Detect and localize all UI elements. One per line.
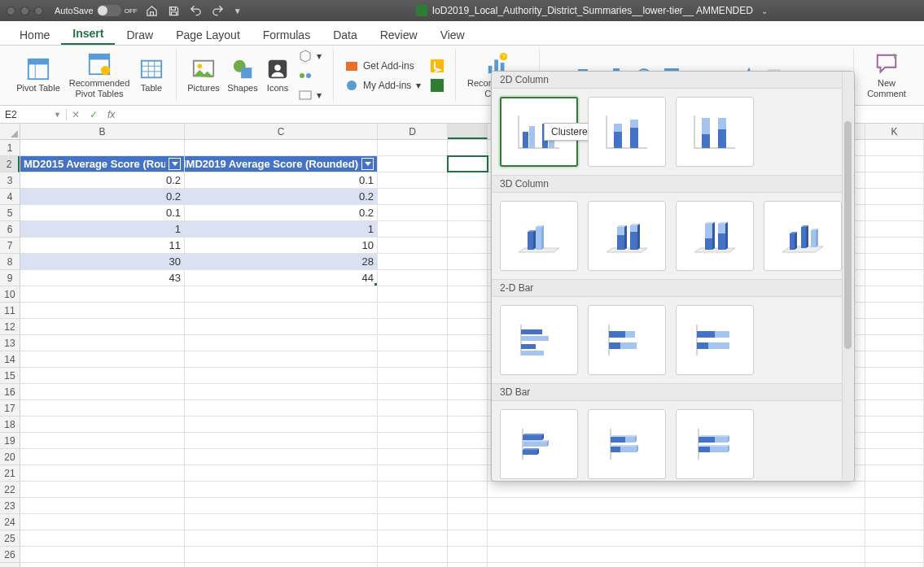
row-header[interactable]: 22 — [0, 482, 20, 498]
100-stacked-bar-thumb[interactable] — [676, 305, 754, 375]
cell[interactable] — [865, 351, 924, 367]
3d-stacked-bar-thumb[interactable] — [588, 409, 666, 479]
cell[interactable] — [378, 335, 448, 351]
row-header[interactable]: 10 — [0, 286, 20, 303]
undo-icon[interactable] — [190, 5, 202, 17]
cell[interactable]: 0.1 — [20, 205, 185, 220]
row-header[interactable]: 11 — [0, 303, 20, 319]
panel-scrollbar[interactable] — [842, 72, 853, 480]
row-header[interactable]: 6 — [0, 221, 20, 238]
cell[interactable] — [865, 498, 924, 513]
cell[interactable] — [865, 172, 924, 188]
cell[interactable]: 0.2 — [20, 172, 185, 188]
cell[interactable] — [378, 254, 448, 269]
row-header[interactable]: 15 — [0, 368, 20, 384]
tab-view[interactable]: View — [429, 24, 476, 45]
cell[interactable]: IMD2019 Average Score (Rounded) — [185, 156, 378, 172]
clustered-column-thumb[interactable]: Clustered Column — [500, 97, 578, 167]
close-dot[interactable] — [7, 7, 15, 15]
cell[interactable] — [378, 156, 448, 172]
cell[interactable] — [378, 547, 448, 562]
cell[interactable] — [20, 498, 185, 513]
cell[interactable] — [378, 238, 448, 253]
people-button[interactable] — [431, 77, 444, 94]
cell[interactable] — [378, 498, 448, 513]
cell[interactable] — [20, 433, 185, 448]
cell[interactable] — [448, 254, 488, 269]
cell[interactable] — [378, 482, 448, 497]
cell[interactable] — [448, 303, 488, 318]
cell[interactable] — [378, 465, 448, 481]
tab-data[interactable]: Data — [322, 24, 369, 45]
cell[interactable] — [20, 384, 185, 399]
cell[interactable] — [378, 140, 448, 155]
cell[interactable] — [185, 368, 378, 383]
cell[interactable] — [378, 270, 448, 286]
cell[interactable]: 30 — [20, 254, 185, 269]
cell[interactable]: 0.2 — [185, 205, 378, 220]
cell[interactable] — [20, 351, 185, 367]
cell[interactable] — [185, 465, 378, 481]
row-header[interactable]: 13 — [0, 335, 20, 351]
cell[interactable] — [185, 335, 378, 351]
home-icon[interactable] — [146, 5, 158, 17]
qat-dropdown-icon[interactable]: ▼ — [234, 7, 242, 15]
cell[interactable] — [865, 530, 924, 546]
3d-100-stacked-bar-thumb[interactable] — [676, 409, 754, 479]
cell[interactable] — [185, 319, 378, 334]
cell[interactable]: 10 — [185, 238, 378, 253]
cell[interactable] — [488, 563, 865, 567]
row-header[interactable]: 1 — [0, 140, 20, 156]
cell[interactable] — [448, 205, 488, 220]
col-header-k[interactable]: K — [865, 124, 924, 139]
tab-review[interactable]: Review — [369, 24, 429, 45]
cell[interactable] — [865, 189, 924, 204]
cell[interactable] — [865, 547, 924, 562]
cell[interactable] — [185, 417, 378, 432]
autosave-toggle[interactable]: AutoSave OFF — [55, 5, 138, 16]
bing-button[interactable] — [431, 58, 444, 74]
cell[interactable] — [378, 286, 448, 302]
row-header[interactable]: 8 — [0, 254, 20, 270]
zoom-dot[interactable] — [34, 7, 43, 15]
cell[interactable] — [378, 205, 448, 220]
cell[interactable] — [378, 514, 448, 530]
autosave-switch-icon[interactable] — [97, 5, 121, 16]
chevron-down-icon[interactable]: ▼ — [54, 111, 61, 119]
cell[interactable] — [448, 449, 488, 465]
redo-icon[interactable] — [212, 5, 224, 17]
cell[interactable]: 0.2 — [20, 189, 185, 204]
cell[interactable]: 11 — [20, 238, 185, 253]
cell[interactable] — [185, 286, 378, 302]
cell[interactable] — [865, 368, 924, 383]
cell[interactable] — [865, 205, 924, 220]
panel-scroll-thumb[interactable] — [844, 121, 852, 349]
cell[interactable] — [20, 140, 185, 155]
cell[interactable] — [20, 465, 185, 481]
3d-clustered-column-thumb[interactable] — [500, 201, 578, 271]
stacked-bar-thumb[interactable] — [588, 305, 666, 375]
cell[interactable] — [865, 384, 924, 399]
get-addins-button[interactable]: Get Add-ins — [345, 58, 421, 74]
cell[interactable] — [448, 270, 488, 286]
row-header[interactable]: 23 — [0, 498, 20, 514]
cell[interactable] — [865, 319, 924, 334]
row-header[interactable]: 14 — [0, 351, 20, 368]
tab-formulas[interactable]: Formulas — [252, 24, 322, 45]
cell[interactable] — [488, 498, 865, 513]
name-box[interactable]: E2 ▼ — [0, 109, 67, 120]
3d-column-thumb[interactable] — [764, 201, 842, 271]
cell[interactable]: 28 — [185, 254, 378, 269]
row-header[interactable]: 17 — [0, 400, 20, 417]
tab-insert[interactable]: Insert — [61, 22, 115, 45]
row-header[interactable]: 3 — [0, 172, 20, 189]
row-header[interactable]: 24 — [0, 514, 20, 530]
cell[interactable] — [378, 189, 448, 204]
cell[interactable] — [448, 156, 488, 172]
cell[interactable] — [378, 400, 448, 416]
col-header-d[interactable]: D — [378, 124, 448, 139]
pivot-table-button[interactable]: Pivot Table — [11, 55, 65, 94]
pictures-button[interactable]: Pictures — [183, 55, 224, 94]
cell[interactable] — [20, 482, 185, 497]
row-header[interactable]: 19 — [0, 433, 20, 449]
